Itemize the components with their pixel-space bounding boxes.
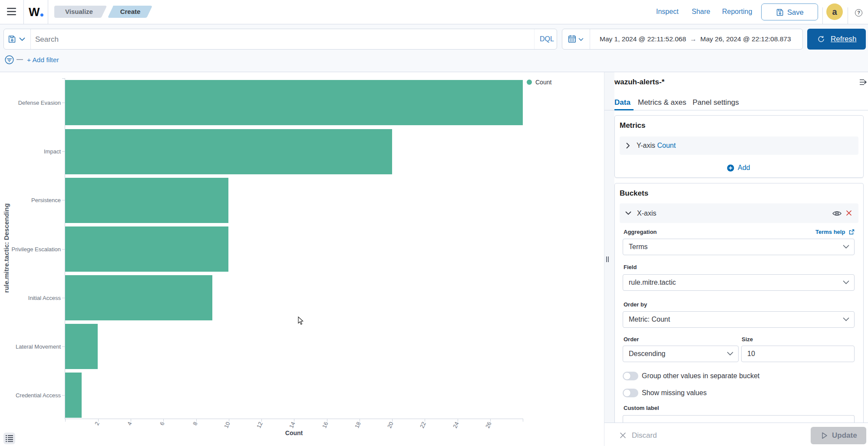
svg-text:Create: Create — [120, 8, 141, 15]
svg-text:Visualize: Visualize — [65, 8, 93, 15]
